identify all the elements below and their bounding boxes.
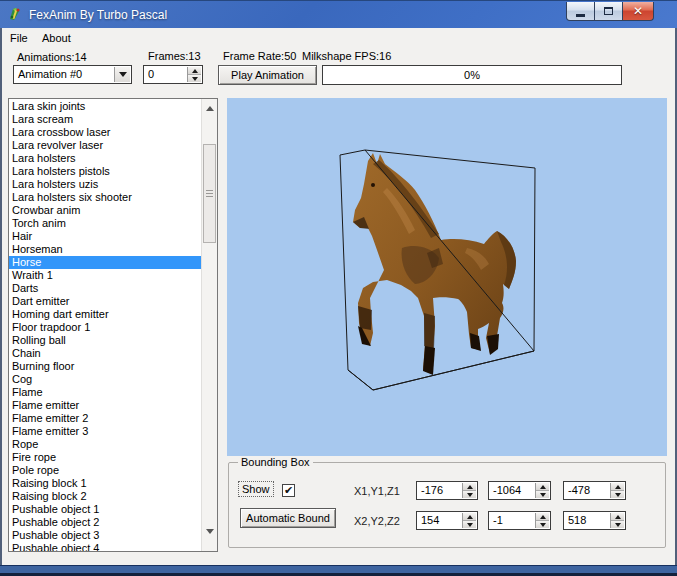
caption-buttons: ✕ xyxy=(566,2,654,21)
frames-count-label: Frames:13 xyxy=(148,50,201,62)
animation-select-value: Animation #0 xyxy=(18,68,82,80)
animation-listbox[interactable]: Lara skin jointsLara screamLara crossbow… xyxy=(8,98,218,552)
list-item[interactable]: Burning floor xyxy=(9,360,201,373)
frame-stepper[interactable]: 0 xyxy=(143,65,203,84)
list-item[interactable]: Lara holsters six shooter xyxy=(9,191,201,204)
app-window: FexAnim By Turbo Pascal ✕ File About Ani… xyxy=(0,0,677,576)
scroll-up-icon xyxy=(206,106,214,111)
milkshape-fps-label: Milkshape FPS:16 xyxy=(302,50,391,62)
animation-select[interactable]: Animation #0 xyxy=(13,65,132,84)
spin-up-icon[interactable] xyxy=(536,483,549,491)
model-viewport[interactable] xyxy=(227,98,667,456)
thumb-grip-icon xyxy=(206,190,213,191)
spin-up-icon[interactable] xyxy=(611,513,624,521)
list-item[interactable]: Flame emitter 2 xyxy=(9,412,201,425)
bounding-box-title: Bounding Box xyxy=(238,456,313,468)
x1-spinner[interactable]: -176 xyxy=(416,481,478,500)
window-title: FexAnim By Turbo Pascal xyxy=(29,8,167,22)
list-item[interactable]: Rope xyxy=(9,438,201,451)
list-item[interactable]: Pushable object 3 xyxy=(9,529,201,542)
frame-stepper-value: 0 xyxy=(148,68,154,80)
list-item[interactable]: Horseman xyxy=(9,243,201,256)
list-item[interactable]: Horse xyxy=(9,256,201,269)
list-item[interactable]: Torch anim xyxy=(9,217,201,230)
list-item[interactable]: Pushable object 1 xyxy=(9,503,201,516)
list-item[interactable]: Lara holsters xyxy=(9,152,201,165)
list-item[interactable]: Raising block 1 xyxy=(9,477,201,490)
xyz2-label: X2,Y2,Z2 xyxy=(354,515,400,527)
spin-up-icon[interactable] xyxy=(463,513,476,521)
minimize-button[interactable] xyxy=(566,2,595,21)
maximize-button[interactable] xyxy=(595,2,623,21)
spin-up-icon[interactable] xyxy=(536,513,549,521)
list-item[interactable]: Flame emitter xyxy=(9,399,201,412)
list-item[interactable]: Fire rope xyxy=(9,451,201,464)
list-item[interactable]: Wraith 1 xyxy=(9,269,201,282)
spin-down-icon[interactable] xyxy=(611,491,624,498)
z2-spinner[interactable]: 518 xyxy=(563,511,626,530)
list-item[interactable]: Flame xyxy=(9,386,201,399)
list-item[interactable]: Pole rope xyxy=(9,464,201,477)
y1-spinner[interactable]: -1064 xyxy=(488,481,551,500)
list-item[interactable]: Darts xyxy=(9,282,201,295)
list-item[interactable]: Raising block 2 xyxy=(9,490,201,503)
menu-bar: File About xyxy=(2,29,675,47)
list-item[interactable]: Chain xyxy=(9,347,201,360)
z1-spinner[interactable]: -478 xyxy=(563,481,626,500)
scroll-up-button[interactable] xyxy=(202,101,218,115)
combo-dropdown-button[interactable] xyxy=(114,67,130,82)
list-item[interactable]: Pushable object 2 xyxy=(9,516,201,529)
scroll-down-button[interactable] xyxy=(202,524,218,538)
z2-value: 518 xyxy=(568,514,586,526)
title-bar[interactable]: FexAnim By Turbo Pascal ✕ xyxy=(0,0,677,28)
spin-up-icon[interactable] xyxy=(611,483,624,491)
window-border-left xyxy=(0,28,2,565)
list-item[interactable]: Lara crossbow laser xyxy=(9,126,201,139)
list-item[interactable]: Hair xyxy=(9,230,201,243)
list-item[interactable]: Lara skin joints xyxy=(9,100,201,113)
menu-file[interactable]: File xyxy=(10,32,28,44)
bounding-box-group: Bounding Box Show ✔ Automatic Bound X1,Y… xyxy=(228,462,666,548)
spin-down-icon[interactable] xyxy=(611,521,624,528)
frame-stepper-buttons xyxy=(187,67,201,82)
spin-down-icon[interactable] xyxy=(188,75,201,82)
list-scrollbar[interactable] xyxy=(201,99,217,551)
spin-down-icon[interactable] xyxy=(463,491,476,498)
automatic-bound-button[interactable]: Automatic Bound xyxy=(240,508,336,528)
list-item[interactable]: Rolling ball xyxy=(9,334,201,347)
scrollbar-thumb[interactable] xyxy=(203,144,216,243)
automatic-bound-label: Automatic Bound xyxy=(246,512,330,524)
close-button[interactable]: ✕ xyxy=(623,2,654,21)
menu-about[interactable]: About xyxy=(42,32,71,44)
app-icon xyxy=(7,6,23,22)
spin-down-icon[interactable] xyxy=(463,521,476,528)
progress-bar: 0% xyxy=(322,65,622,85)
list-item[interactable]: Lara scream xyxy=(9,113,201,126)
close-icon: ✕ xyxy=(633,5,643,17)
spin-down-icon[interactable] xyxy=(536,521,549,528)
x1-value: -176 xyxy=(421,484,443,496)
list-item[interactable]: Pushable object 4 xyxy=(9,542,201,551)
spin-up-icon[interactable] xyxy=(188,67,201,75)
list-item[interactable]: Flame emitter 3 xyxy=(9,425,201,438)
spin-up-icon[interactable] xyxy=(463,483,476,491)
list-item[interactable]: Lara revolver laser xyxy=(9,139,201,152)
x2-value: 154 xyxy=(421,514,439,526)
list-item[interactable]: Floor trapdoor 1 xyxy=(9,321,201,334)
list-item[interactable]: Cog xyxy=(9,373,201,386)
play-animation-button[interactable]: Play Animation xyxy=(218,65,317,85)
y2-spinner[interactable]: -1 xyxy=(488,511,551,530)
show-checkbox[interactable]: ✔ xyxy=(282,484,295,497)
y2-value: -1 xyxy=(493,514,503,526)
show-label: Show xyxy=(238,481,274,497)
xyz1-label: X1,Y1,Z1 xyxy=(354,485,400,497)
list-item[interactable]: Lara holsters pistols xyxy=(9,165,201,178)
spin-down-icon[interactable] xyxy=(536,491,549,498)
list-item[interactable]: Crowbar anim xyxy=(9,204,201,217)
list-item[interactable]: Dart emitter xyxy=(9,295,201,308)
x2-spinner[interactable]: 154 xyxy=(416,511,478,530)
list-item[interactable]: Homing dart emitter xyxy=(9,308,201,321)
list-item[interactable]: Lara holsters uzis xyxy=(9,178,201,191)
play-animation-label: Play Animation xyxy=(231,69,304,81)
frame-rate-label: Frame Rate:50 xyxy=(223,50,296,62)
